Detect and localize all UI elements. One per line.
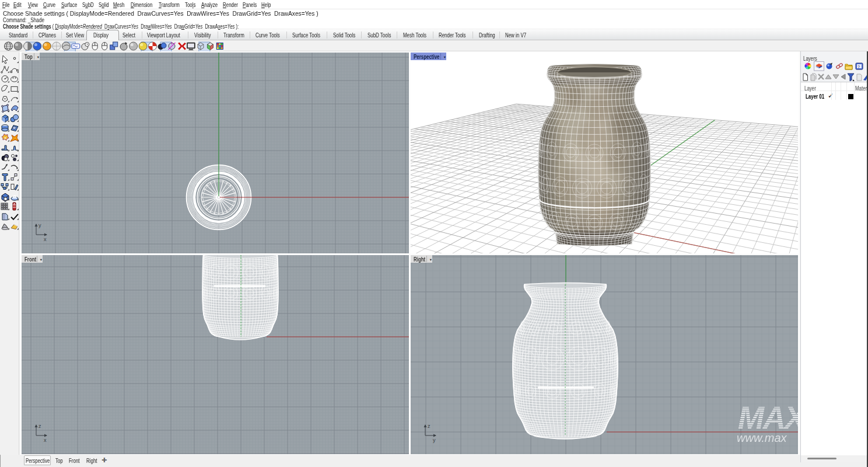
svg-text:www.max: www.max: [737, 431, 788, 444]
svg-text:z: z: [428, 423, 430, 429]
svg-text:y: y: [38, 222, 41, 228]
svg-text:MAX: MAX: [738, 400, 798, 435]
svg-text:z: z: [38, 423, 41, 429]
svg-text:y: y: [433, 437, 436, 443]
svg-text:x: x: [44, 236, 47, 242]
svg-text:?: ?: [858, 65, 860, 69]
svg-text:x: x: [44, 437, 47, 443]
